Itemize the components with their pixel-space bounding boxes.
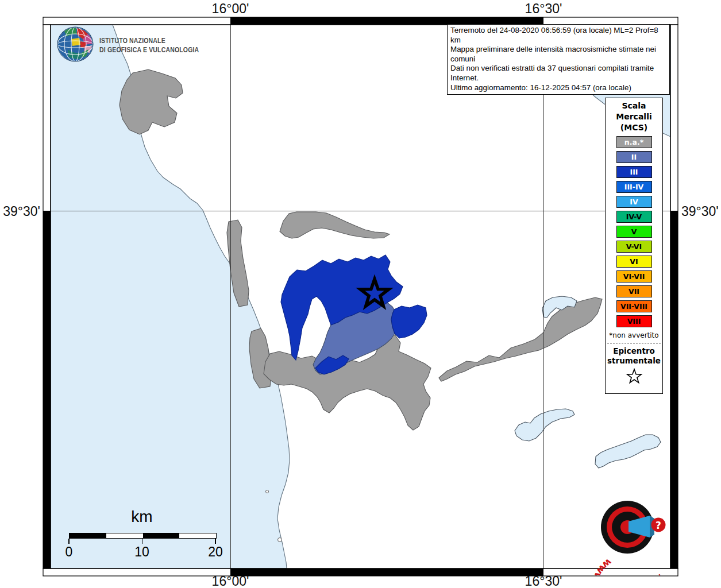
- axis-label-left: 39°30': [0, 204, 40, 219]
- scalebar-segment: [106, 533, 143, 538]
- mcs-swatch-VIII: VIII: [616, 315, 652, 327]
- mcs-swatch-VII-VIII: VII-VIII: [616, 300, 652, 312]
- haisentitoilterremoto-logo: ? www.haisentitoilterremoto.it: [585, 483, 677, 575]
- watermark-url-text: www.haisentitoilterremoto.it: [589, 556, 665, 575]
- legend-divider: [607, 343, 661, 343]
- mcs-swatch-IV: IV: [616, 196, 652, 208]
- scalebar-label-0: 0: [56, 544, 82, 560]
- ingv-logo-text: ISTITUTO NAZIONALE DI GEOFISICA E VULCAN…: [99, 36, 199, 55]
- mcs-swatch-V: V: [616, 226, 652, 238]
- legend-title-line2: Mercalli: [606, 111, 662, 122]
- scalebar-tick: [142, 539, 143, 544]
- mcs-scale-list: n.a.*IIIIIIII-IVIVIV-VVV-VIVIVI-VIIVIIVI…: [606, 136, 662, 327]
- scalebar-unit-label: km: [105, 508, 179, 526]
- scalebar-segment: [70, 533, 106, 538]
- mcs-swatch-II: II: [616, 151, 652, 163]
- scalebar-tick: [215, 539, 216, 544]
- scalebar-label-10: 10: [129, 544, 155, 560]
- earthquake-info-box: Terremoto del 24-08-2020 06:56:59 (ora l…: [447, 24, 670, 95]
- info-line-map: Mappa preliminare delle intensità macros…: [450, 45, 666, 64]
- scalebar-label-20: 20: [203, 544, 228, 560]
- scalebar: [69, 533, 217, 539]
- legend-footnote: *non avvertito: [606, 331, 662, 339]
- mcs-swatch-VII: VII: [616, 285, 652, 297]
- islet-large: [278, 538, 282, 542]
- axis-label-top-right: 16°30': [506, 1, 581, 17]
- ingv-logo-line2: DI GEOFISICA E VULCANOLOGIA: [99, 45, 199, 55]
- scalebar-segment: [143, 533, 180, 538]
- legend-epicenter-line2: strumentale: [606, 356, 662, 366]
- axis-label-right: 39°30': [681, 204, 721, 219]
- info-line-data: Dati non verificati estratti da 37 quest…: [450, 64, 666, 83]
- mcs-swatch-VI: VI: [616, 256, 652, 268]
- earthquake-intensity-map-page: { "info_box": { "lines": [ "Terremoto de…: [0, 0, 721, 588]
- mcs-swatch-III: III: [616, 166, 652, 178]
- info-line-event: Terremoto del 24-08-2020 06:56:59 (ora l…: [450, 26, 666, 45]
- mcs-swatch-VI-VII: VI-VII: [616, 270, 652, 283]
- scalebar-segment: [179, 533, 216, 538]
- axis-label-bottom-right: 16°30': [506, 574, 581, 588]
- mcs-swatch-III-IV: III-IV: [616, 181, 652, 193]
- axis-label-top-left: 16°00': [193, 1, 268, 17]
- islet-small: [266, 490, 269, 493]
- mcs-legend: Scala Mercalli (MCS) n.a.*IIIIIIII-IVIVI…: [605, 98, 663, 394]
- scalebar-tick: [68, 539, 70, 544]
- info-line-updated: Ultimo aggiornamento: 16-12-2025 04:57 (…: [450, 83, 666, 93]
- mcs-swatch-IV-V: IV-V: [616, 211, 652, 223]
- ingv-logo-line1: ISTITUTO NAZIONALE: [99, 36, 199, 45]
- legend-star-icon: [625, 368, 643, 385]
- axis-label-bottom-left: 16°00': [193, 574, 268, 588]
- mcs-swatch-n.a.*: n.a.*: [616, 136, 652, 148]
- legend-title-line1: Scala: [606, 100, 662, 111]
- ingv-globe-logo: [56, 26, 94, 62]
- question-mark: ?: [656, 520, 661, 531]
- mcs-swatch-V-VI: V-VI: [616, 241, 652, 253]
- legend-epicenter-line1: Epicentro: [606, 346, 662, 356]
- legend-title-line3: (MCS): [606, 122, 662, 133]
